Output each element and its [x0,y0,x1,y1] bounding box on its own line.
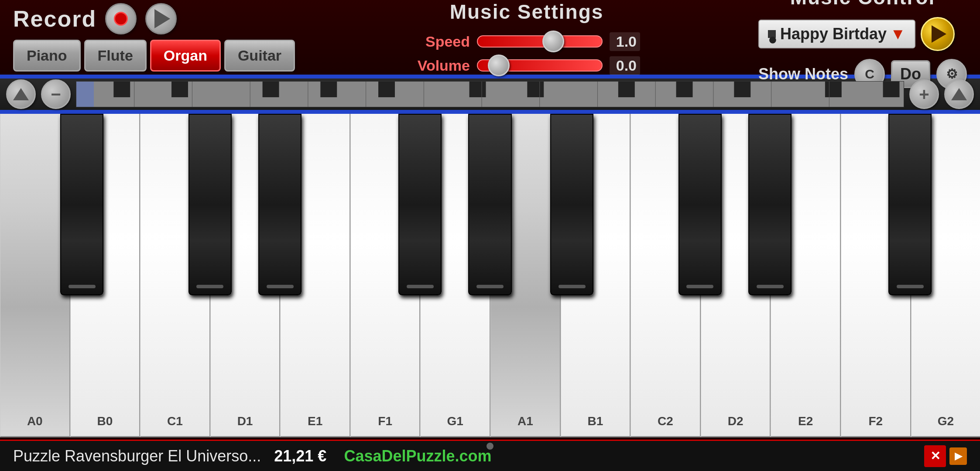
music-play-button[interactable] [921,17,955,51]
black-key-notch-3 [407,285,434,288]
key-d2-label: D2 [728,414,744,428]
notes-do-label: Do [900,65,921,83]
progress-dot [487,443,493,450]
speed-row: Speed 1.0 [413,32,640,51]
key-e1-label: E1 [308,414,322,428]
zoom-out-button[interactable]: − [41,79,71,109]
minus-icon: − [51,85,61,104]
key-e2-label: E2 [798,414,813,428]
instrument-organ[interactable]: Organ [150,40,221,72]
svg-rect-5 [378,82,395,97]
keyboard-nav-row: − [0,78,980,112]
speed-slider[interactable] [477,35,603,48]
dropdown-arrow-icon: ▼ [890,25,906,43]
ad-text-content: Puzzle Ravensburger El Universo... [13,447,261,465]
key-g2-label: G2 [938,414,954,428]
music-settings: Music Settings Speed 1.0 Volume 0.0 [308,0,745,75]
volume-label: Volume [413,57,470,74]
svg-rect-9 [676,82,693,97]
play-icon [154,9,170,28]
record-icon [114,12,128,26]
settings-rows: Speed 1.0 Volume 0.0 [413,32,640,75]
record-section: Record Piano Flute Organ Guitar [13,3,295,72]
svg-rect-26 [76,82,94,107]
key-c2-label: C2 [658,414,673,428]
instrument-flute[interactable]: Flute [84,40,147,72]
music-settings-title: Music Settings [450,0,604,24]
notes-c-label: C [865,67,874,82]
key-f1-label: F1 [378,414,392,428]
up-left-icon [13,88,29,100]
svg-rect-10 [734,82,750,97]
ad-link: CasaDelPuzzle.com [344,447,491,465]
key-a1-label: A1 [517,414,533,428]
black-key-5[interactable] [550,114,593,295]
ad-bar: Puzzle Ravensburger El Universo... 21,21… [0,440,980,471]
close-icon: ✕ [930,449,940,463]
volume-slider[interactable] [477,59,603,72]
keys-wrapper: A0 B0 C1 D1 E1 [0,114,980,437]
play-button[interactable] [145,3,177,34]
song-dot: ● [768,30,776,38]
song-name: Happy Birtday [780,25,887,43]
ad-expand-button[interactable]: ▶ [949,447,967,465]
black-key-notch-6 [686,285,713,288]
song-selector[interactable]: ● Happy Birtday ▼ [758,20,915,48]
speed-thumb[interactable] [542,31,564,52]
record-top: Record [13,3,177,34]
mini-keyboard-svg [76,82,904,107]
black-key-4[interactable] [468,114,511,295]
speed-value: 1.0 [610,32,640,51]
svg-rect-1 [113,82,130,97]
black-key-notch-8 [897,285,924,288]
black-key-3[interactable] [398,114,442,295]
ad-price: 21,21 € [274,447,326,465]
music-play-icon [932,25,946,43]
record-button[interactable] [105,3,137,34]
black-key-notch-4 [476,285,504,288]
black-key-6[interactable] [678,114,722,295]
black-key-2[interactable] [258,114,302,295]
octave-up-button[interactable] [944,79,974,109]
mini-keyboard [76,81,904,107]
volume-row: Volume 0.0 [413,56,640,75]
ad-text: Puzzle Ravensburger El Universo... 21,21… [13,447,917,465]
key-g1-label: G1 [447,414,463,428]
header: Record Piano Flute Organ Guitar Music Se… [0,0,980,76]
plus-icon: + [919,85,929,104]
key-f2-label: F2 [868,414,883,428]
key-d1-label: D1 [237,414,253,428]
black-key-7[interactable] [748,114,792,295]
key-b0-label: B0 [97,414,113,428]
black-key-notch-0 [69,285,96,288]
black-key-1[interactable] [188,114,232,295]
svg-rect-4 [320,82,337,97]
music-control: Music Control ● Happy Birtday ▼ Show Not… [758,0,967,89]
svg-rect-11 [825,82,842,97]
black-key-0[interactable] [60,114,103,295]
key-a0[interactable]: A0 [0,114,70,437]
music-control-title: Music Control [790,0,935,9]
svg-rect-0 [76,82,904,107]
svg-rect-3 [263,82,279,97]
instrument-guitar[interactable]: Guitar [224,40,295,72]
key-a0-label: A0 [27,414,43,428]
zoom-in-button[interactable]: + [909,79,939,109]
instrument-buttons: Piano Flute Organ Guitar [13,40,295,72]
black-key-notch-1 [196,285,223,288]
record-label: Record [13,6,96,32]
instrument-piano[interactable]: Piano [13,40,81,72]
black-key-notch-5 [559,285,586,288]
svg-rect-2 [171,82,188,97]
show-notes-label: Show Notes [758,65,848,83]
control-top-row: ● Happy Birtday ▼ [758,17,955,51]
volume-value: 0.0 [610,56,640,75]
svg-rect-7 [527,82,544,97]
speed-label: Speed [413,33,470,50]
black-key-notch-2 [267,285,294,288]
black-key-8[interactable] [888,114,932,295]
octave-down-button[interactable] [6,79,36,109]
volume-thumb[interactable] [488,55,510,76]
svg-rect-8 [618,82,635,97]
ad-close-button[interactable]: ✕ [924,445,946,467]
